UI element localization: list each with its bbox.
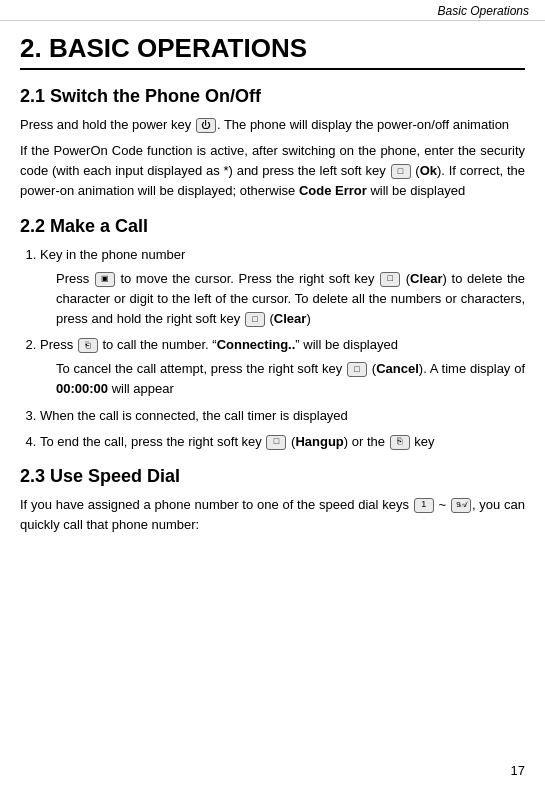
list-item-2: Press ⎗ to call the number. “Connecting.… [40,335,525,399]
section-2-1-para-1: Press and hold the power key ⏻. The phon… [20,115,525,135]
clear-key-icon-2: □ [245,312,265,327]
section-2-1-para-2: If the PowerOn Code function is active, … [20,141,525,201]
page-footer: 17 [511,763,525,778]
page-header: Basic Operations [0,0,545,21]
call-key-icon: ⎗ [78,338,98,353]
section-2-1-title: 2.1 Switch the Phone On/Off [20,86,525,107]
speed-dial-key-1: 1 [414,498,434,513]
list-item-1-sub: Press ▣ to move the cursor. Press the ri… [56,269,525,329]
section-2-3-title: 2.3 Use Speed Dial [20,466,525,487]
list-item-1: Key in the phone number Press ▣ to move … [40,245,525,330]
speed-dial-key-9: 9𝒜 [451,498,471,513]
header-title: Basic Operations [438,4,529,18]
page-number: 17 [511,763,525,778]
end-key-icon: ⎘ [390,435,410,450]
hangup-key-icon: □ [266,435,286,450]
cancel-key-icon: □ [347,362,367,377]
section-2-1: 2.1 Switch the Phone On/Off Press and ho… [20,86,525,202]
list-item-2-sub: To cancel the call attempt, press the ri… [56,359,525,399]
section-2-2-title: 2.2 Make a Call [20,216,525,237]
ok-key-icon: □ [391,164,411,179]
section-2-2: 2.2 Make a Call Key in the phone number … [20,216,525,452]
section-2-3: 2.3 Use Speed Dial If you have assigned … [20,466,525,535]
list-item-4: To end the call, press the right soft ke… [40,432,525,452]
clear-key-icon-1: □ [380,272,400,287]
main-title: 2. BASIC OPERATIONS [20,33,525,70]
cursor-key-icon: ▣ [95,272,115,287]
section-2-3-para-1: If you have assigned a phone number to o… [20,495,525,535]
power-key-icon: ⏻ [196,118,216,133]
page-content: 2. BASIC OPERATIONS 2.1 Switch the Phone… [0,21,545,553]
list-item-3: When the call is connected, the call tim… [40,406,525,426]
make-call-list: Key in the phone number Press ▣ to move … [20,245,525,452]
